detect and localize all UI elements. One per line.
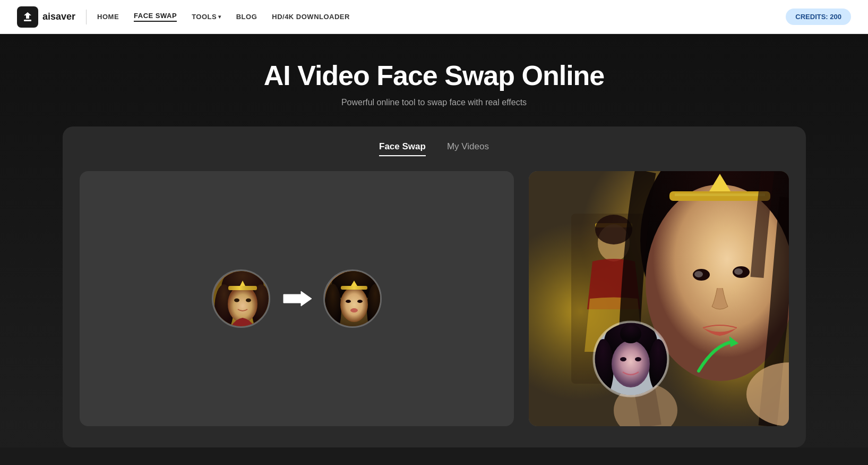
content-area [80,171,789,426]
svg-rect-35 [675,193,765,196]
logo-text: aisaver [42,11,75,22]
svg-point-9 [234,299,239,302]
svg-point-50 [635,357,641,361]
svg-point-6 [228,285,257,323]
swap-arrow-icon [281,288,313,309]
nav-links: HOME FACE SWAP TOOLS ▾ BLOG HD/4K DOWNLO… [97,12,786,22]
svg-point-21 [357,300,363,303]
hero-subtitle: Powerful online tool to swap face with r… [11,98,857,107]
tab-bar: Face Swap My Videos [80,141,789,156]
logo-svg [22,11,33,23]
arrow-svg [281,288,313,309]
upload-panel[interactable] [80,171,514,426]
svg-point-38 [694,271,703,277]
nav-blog[interactable]: BLOG [236,13,257,21]
target-face-circle [323,269,382,328]
nav-home[interactable]: HOME [97,13,119,21]
svg-point-51 [620,324,641,343]
tab-my-videos[interactable]: My Videos [447,141,489,156]
main-card: Face Swap My Videos [63,126,806,447]
tab-face-swap[interactable]: Face Swap [379,141,426,156]
credits-badge[interactable]: CREDITS: 200 [786,9,851,25]
source-face-portrait [213,271,269,326]
logo-icon [17,6,38,28]
nav-divider [86,10,87,24]
navbar: aisaver HOME FACE SWAP TOOLS ▾ BLOG HD/4… [0,0,868,34]
svg-rect-18 [341,286,367,290]
nav-hd-downloader[interactable]: HD/4K DOWNLOADER [272,13,350,21]
source-reference-inset [592,320,669,400]
asian-woman-face-svg [325,271,382,328]
hero-section: AI Video Face Swap Online Powerful onlin… [0,34,868,447]
svg-point-22 [350,308,358,312]
svg-point-39 [734,268,743,275]
logo-link[interactable]: aisaver [17,6,75,28]
hero-title: AI Video Face Swap Online [11,60,857,91]
reference-circle-svg [592,320,669,398]
svg-point-10 [246,299,251,302]
svg-point-17 [340,287,368,322]
svg-point-49 [620,357,626,361]
result-panel [529,171,789,426]
svg-marker-52 [729,336,738,347]
svg-rect-0 [24,20,31,21]
green-arrow-svg [688,334,741,376]
svg-marker-11 [283,291,312,306]
svg-rect-7 [228,286,257,290]
nav-face-swap[interactable]: FACE SWAP [134,12,177,22]
green-arrow-icon [688,334,741,378]
svg-point-20 [346,300,351,303]
wonder-woman-face-svg [213,271,269,326]
demo-swap-illustration [212,269,382,328]
svg-point-48 [612,341,650,387]
nav-tools[interactable]: TOOLS ▾ [192,13,221,21]
tools-chevron-icon: ▾ [218,14,221,20]
source-face-circle [212,269,270,328]
